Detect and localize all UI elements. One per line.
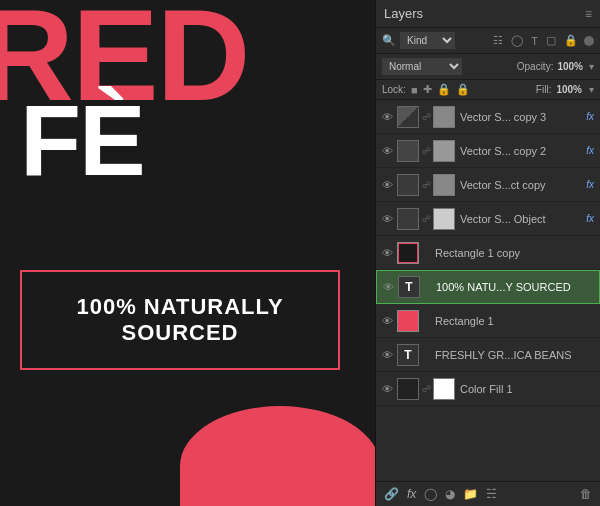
layer-mask-thumbnail — [433, 174, 455, 196]
layer-mask-thumbnail — [433, 208, 455, 230]
layer-item[interactable]: 👁 ☍ Vector S...ct copy fx — [376, 168, 600, 202]
chain-icon: ☍ — [422, 180, 430, 190]
fill-dropdown-icon[interactable]: ▾ — [589, 84, 594, 95]
fx-label[interactable]: fx — [586, 179, 594, 190]
lock-pixels-icon[interactable]: ■ — [411, 84, 418, 96]
circle-filter-icon[interactable]: ◯ — [509, 33, 525, 48]
layer-mask-icon[interactable]: ◯ — [424, 487, 437, 501]
layer-item[interactable]: 👁 ☍ Vector S... copy 3 fx — [376, 100, 600, 134]
canvas-box: 100% NATURALLYSOURCED — [20, 270, 340, 370]
visibility-icon[interactable]: 👁 — [380, 247, 394, 259]
lock-icons: ■ ✚ 🔒 🔒 — [411, 83, 470, 96]
opacity-dropdown-icon[interactable]: ▾ — [589, 61, 594, 72]
chain-icon: ☍ — [422, 146, 430, 156]
fx-label[interactable]: fx — [586, 145, 594, 156]
visibility-icon[interactable]: 👁 — [380, 145, 394, 157]
kind-select[interactable]: Kind — [400, 32, 455, 49]
layer-name: 100% NATU...Y SOURCED — [436, 281, 595, 293]
panel-title: Layers — [384, 6, 423, 21]
layer-name: Rectangle 1 copy — [435, 247, 596, 259]
new-layer-icon[interactable]: ☵ — [486, 487, 497, 501]
layer-thumbnail — [397, 140, 419, 162]
chain-icon: ☍ — [422, 384, 430, 394]
layer-thumbnail — [397, 106, 419, 128]
lock-all-icon[interactable]: 🔒 — [456, 83, 470, 96]
visibility-icon[interactable]: 👁 — [380, 315, 394, 327]
layer-name: Rectangle 1 — [435, 315, 596, 327]
layer-item[interactable]: 👁 ☍ Vector S... Object fx — [376, 202, 600, 236]
opacity-label: Opacity: — [517, 61, 554, 72]
shape-filter-icon[interactable]: ▢ — [544, 33, 558, 48]
visibility-icon[interactable]: 👁 — [380, 111, 394, 123]
fx-label[interactable]: fx — [586, 111, 594, 122]
layers-panel: Layers ≡ 🔍 Kind ☷ ◯ T ▢ 🔒 Normal Multipl… — [375, 0, 600, 506]
link-layers-icon[interactable]: 🔗 — [384, 487, 399, 501]
blend-bar: Normal Multiply Screen Opacity: 100% ▾ — [376, 54, 600, 80]
search-icons: ☷ ◯ T ▢ 🔒 — [491, 33, 594, 48]
visibility-icon[interactable]: 👁 — [380, 179, 394, 191]
layer-name: Vector S...ct copy — [460, 179, 583, 191]
lock-position-icon[interactable]: ✚ — [423, 83, 432, 96]
adjustment-layer-icon[interactable]: ◕ — [445, 487, 455, 501]
visibility-icon[interactable]: 👁 — [381, 281, 395, 293]
layer-thumbnail — [397, 242, 419, 264]
visibility-icon[interactable]: 👁 — [380, 383, 394, 395]
layer-thumbnail: T — [397, 344, 419, 366]
text-filter-icon[interactable]: T — [529, 34, 540, 48]
chain-icon: ☍ — [422, 214, 430, 224]
layer-item[interactable]: 👁 Rectangle 1 — [376, 304, 600, 338]
layer-mask-thumbnail — [433, 378, 455, 400]
blend-mode-select[interactable]: Normal Multiply Screen — [382, 58, 462, 75]
layer-thumbnail — [397, 378, 419, 400]
lock-bar: Lock: ■ ✚ 🔒 🔒 Fill: 100% ▾ — [376, 80, 600, 100]
dot-icon — [584, 36, 594, 46]
layer-mask-thumbnail — [433, 140, 455, 162]
chain-icon: ☍ — [422, 112, 430, 122]
panel-menu-icon[interactable]: ≡ — [585, 7, 592, 21]
layer-item-selected[interactable]: 👁 T 100% NATU...Y SOURCED — [376, 270, 600, 304]
canvas-box-text: 100% NATURALLYSOURCED — [76, 294, 283, 346]
search-icon: 🔍 — [382, 34, 396, 47]
layer-thumbnail — [397, 310, 419, 332]
lock-artboard-icon[interactable]: 🔒 — [437, 83, 451, 96]
fill-label: Fill: — [536, 84, 552, 95]
fx-label[interactable]: fx — [586, 213, 594, 224]
layer-name: Vector S... copy 3 — [460, 111, 583, 123]
canvas-white-text: FÈ — [20, 90, 144, 190]
layer-mask-thumbnail — [433, 106, 455, 128]
layer-item[interactable]: 👁 ☍ Color Fill 1 — [376, 372, 600, 406]
fill-value: 100% — [556, 84, 582, 95]
layer-name: FRESHLY GR...ICA BEANS — [435, 349, 596, 361]
layer-name: Color Fill 1 — [460, 383, 596, 395]
delete-layer-icon[interactable]: 🗑 — [580, 487, 592, 501]
fx-button[interactable]: fx — [407, 487, 416, 501]
lock-filter-icon[interactable]: 🔒 — [562, 33, 580, 48]
layer-name: Vector S... Object — [460, 213, 583, 225]
layer-thumbnail — [397, 174, 419, 196]
new-group-icon[interactable]: 📁 — [463, 487, 478, 501]
canvas-red-curve — [180, 406, 375, 506]
layer-name: Vector S... copy 2 — [460, 145, 583, 157]
layer-thumbnail — [397, 208, 419, 230]
layer-item[interactable]: 👁 T FRESHLY GR...ICA BEANS — [376, 338, 600, 372]
layer-item[interactable]: 👁 Rectangle 1 copy — [376, 236, 600, 270]
filter-icon[interactable]: ☷ — [491, 33, 505, 48]
layer-thumbnail: T — [398, 276, 420, 298]
panel-footer: 🔗 fx ◯ ◕ 📁 ☵ 🗑 — [376, 481, 600, 506]
canvas-area: RED FÈ 100% NATURALLYSOURCED — [0, 0, 375, 506]
visibility-icon[interactable]: 👁 — [380, 213, 394, 225]
lock-label: Lock: — [382, 84, 406, 95]
layer-list[interactable]: 👁 ☍ Vector S... copy 3 fx 👁 ☍ Vector S..… — [376, 100, 600, 481]
search-bar: 🔍 Kind ☷ ◯ T ▢ 🔒 — [376, 28, 600, 54]
opacity-value: 100% — [557, 61, 583, 72]
panel-header: Layers ≡ — [376, 0, 600, 28]
layer-item[interactable]: 👁 ☍ Vector S... copy 2 fx — [376, 134, 600, 168]
visibility-icon[interactable]: 👁 — [380, 349, 394, 361]
